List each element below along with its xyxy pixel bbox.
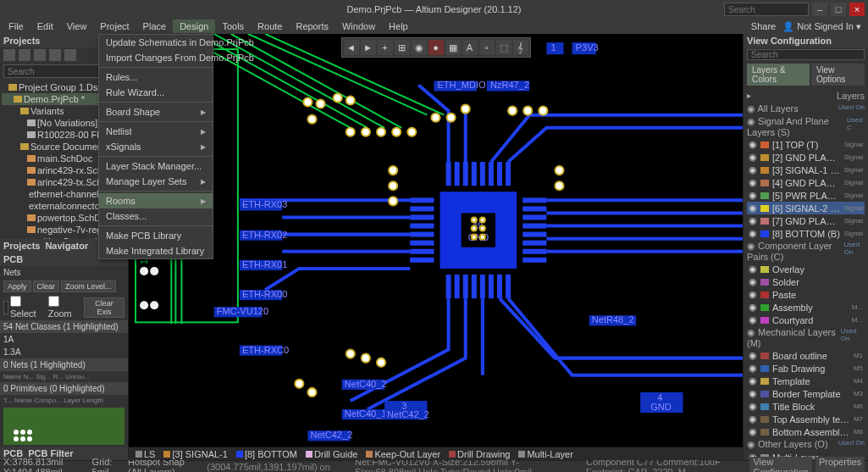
- layer-row[interactable]: ◉[3] SIGNAL-1 (3)Signal: [747, 164, 865, 176]
- layer-tab[interactable]: Drill Guide: [302, 448, 361, 460]
- tool-icon[interactable]: ⊞: [395, 40, 410, 55]
- layer-tab[interactable]: Drill Drawing: [445, 448, 513, 460]
- menu-file[interactable]: File: [2, 19, 30, 33]
- menuitem[interactable]: Rules...: [99, 69, 213, 85]
- menuitem[interactable]: Netlist▶: [99, 124, 213, 139]
- layer-row[interactable]: ◉Border TemplateM3: [747, 387, 865, 400]
- layer-row[interactable]: ◉[2] GND PLANE-1 (2)Signal: [747, 151, 865, 164]
- layer-row[interactable]: ◉Solder: [747, 275, 865, 288]
- tool-icon[interactable]: ◄: [344, 40, 359, 55]
- layer-tab[interactable]: Keep-Out Layer: [362, 448, 444, 460]
- layer-tab[interactable]: [3] SIGNAL-1: [160, 448, 230, 460]
- menuitem[interactable]: Layer Stack Manager...: [99, 158, 213, 174]
- toolbar-icon[interactable]: [3, 49, 15, 61]
- menu-tools[interactable]: Tools: [215, 19, 251, 33]
- minimize-button[interactable]: –: [812, 3, 827, 16]
- pcb-preview: [3, 408, 124, 445]
- toolbar-icon[interactable]: [49, 49, 61, 61]
- tool-icon[interactable]: ⬚: [496, 40, 511, 55]
- layer-row[interactable]: ◉AssemblyM...: [747, 301, 865, 314]
- tab-viewconfig[interactable]: View Configuration: [749, 457, 811, 473]
- layer-tab[interactable]: Multi-Layer: [515, 448, 576, 460]
- layer-row[interactable]: ◉Fab DrawingM5: [747, 362, 865, 375]
- menuitem[interactable]: Update Schematics in Demo.PrjPcb: [99, 35, 213, 50]
- menuitem[interactable]: Rooms▶: [99, 193, 213, 208]
- layer-row[interactable]: ◉Title BlockM6: [747, 400, 865, 413]
- toolbar-icon[interactable]: [34, 49, 46, 61]
- tool-icon[interactable]: ►: [361, 40, 376, 55]
- normal-select[interactable]: Normal: [3, 301, 8, 314]
- layer-row[interactable]: ◉[4] GND PLANE-2 (4)Signal: [747, 176, 865, 189]
- close-button[interactable]: ×: [849, 3, 865, 16]
- menuitem[interactable]: Import Changes From Demo.PrjPcb: [99, 50, 213, 65]
- layer-row[interactable]: ◉Board outlineM1: [747, 349, 865, 362]
- signin[interactable]: 👤 Not Signed In ▾: [782, 21, 861, 32]
- zoomlevel-button[interactable]: Zoom Level...: [61, 280, 116, 292]
- layer-row[interactable]: ◉[7] GND PLANE-3 (7)Signal: [747, 214, 865, 227]
- layer-row[interactable]: ◉Bottom Assembly templateM8: [747, 425, 865, 438]
- menuitem[interactable]: xSignals▶: [99, 139, 213, 154]
- tool-icon[interactable]: ◉: [412, 40, 427, 55]
- layer-tabs[interactable]: LS[3] SIGNAL-1[8] BOTTOMDrill GuideKeep-…: [129, 447, 743, 460]
- menu-place[interactable]: Place: [136, 19, 174, 33]
- menuitem[interactable]: Make Integrated Library: [99, 243, 213, 258]
- layer-row[interactable]: ◉[6] SIGNAL-2 (6)Signal: [747, 202, 865, 214]
- tool-icon[interactable]: ▦: [445, 40, 461, 55]
- svg-point-112: [523, 107, 532, 115]
- layer-row[interactable]: ◉Top Assembly templateM7: [747, 413, 865, 425]
- svg-point-103: [346, 128, 355, 136]
- menuitem[interactable]: Classes...: [99, 208, 213, 224]
- menu-edit[interactable]: Edit: [30, 19, 60, 33]
- menuitem[interactable]: Make PCB Library: [99, 228, 213, 243]
- canvas-toolbar[interactable]: ◄ ► + ⊞ ◉ ● ▦ A ▫ ⬚ 𝄞: [341, 37, 531, 58]
- status-bar: X:3786.813mil Y:1404.488mil Grid: 5mil H…: [0, 460, 868, 472]
- layer-row[interactable]: ◉CourtyardM...: [747, 314, 865, 326]
- pcb-canvas[interactable]: ◄ ► + ⊞ ◉ ● ▦ A ▫ ⬚ 𝄞 1 : FMC-VU12: [129, 34, 743, 460]
- svg-point-20: [140, 267, 148, 275]
- menu-project[interactable]: Project: [93, 19, 135, 33]
- tool-icon[interactable]: 𝄞: [513, 40, 528, 55]
- clear-button[interactable]: Clear: [33, 280, 60, 292]
- viewconfig-search[interactable]: [747, 49, 865, 60]
- tool-icon[interactable]: A: [462, 40, 478, 55]
- svg-text:GND: GND: [650, 402, 672, 412]
- menu-reports[interactable]: Reports: [289, 19, 335, 33]
- select-check[interactable]: [10, 296, 21, 307]
- tab-navigator[interactable]: Navigator: [45, 241, 88, 251]
- layer-row[interactable]: ◉[1] TOP (T)Signal: [747, 138, 865, 151]
- layer-tab[interactable]: LS: [132, 448, 158, 460]
- menu-help[interactable]: Help: [382, 19, 415, 33]
- layer-row[interactable]: ◉[8] BOTTOM (B)Signal: [747, 227, 865, 240]
- tab-layers-colors[interactable]: Layers & Colors: [747, 64, 810, 86]
- tab-projects[interactable]: Projects: [3, 241, 40, 251]
- toolbar-icon[interactable]: [64, 49, 76, 61]
- apply-button[interactable]: Apply: [3, 280, 31, 292]
- tool-icon[interactable]: +: [378, 40, 393, 55]
- menuitem[interactable]: Manage Layer Sets▶: [99, 174, 213, 189]
- menu-view[interactable]: View: [60, 19, 94, 33]
- tool-icon[interactable]: ▫: [479, 40, 495, 55]
- svg-point-122: [295, 380, 303, 388]
- layer-tab[interactable]: [8] BOTTOM: [233, 448, 301, 460]
- toolbar-icon[interactable]: [19, 49, 30, 61]
- menu-window[interactable]: Window: [335, 19, 382, 33]
- design-menu-dropdown[interactable]: Update Schematics in Demo.PrjPcbImport C…: [98, 34, 213, 259]
- svg-point-23: [150, 301, 158, 309]
- menu-design[interactable]: Design: [173, 19, 215, 33]
- tab-view-options[interactable]: View Options: [811, 64, 865, 86]
- tab-properties[interactable]: Properties: [815, 457, 865, 473]
- clearexist-button[interactable]: Clear Exis: [84, 297, 124, 318]
- svg-point-116: [389, 197, 397, 205]
- titlebar-search[interactable]: [724, 3, 809, 16]
- menu-route[interactable]: Route: [251, 19, 289, 33]
- menuitem[interactable]: Board Shape▶: [99, 104, 213, 119]
- layer-row[interactable]: ◉TemplateM4: [747, 375, 865, 387]
- layer-row[interactable]: ◉Paste: [747, 288, 865, 301]
- share-button[interactable]: Share: [751, 21, 776, 31]
- layer-row[interactable]: ◉Overlay: [747, 263, 865, 275]
- zoom-check[interactable]: [48, 296, 59, 307]
- layer-row[interactable]: ◉[5] PWR PLANE-1 (5)Signal: [747, 189, 865, 202]
- menuitem[interactable]: Rule Wizard...: [99, 85, 213, 100]
- tool-icon[interactable]: ●: [428, 40, 444, 55]
- maximize-button[interactable]: □: [831, 3, 846, 16]
